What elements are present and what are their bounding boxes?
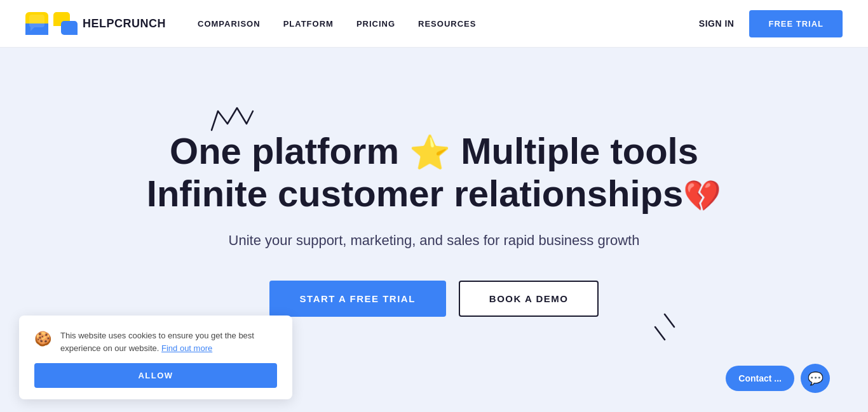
nav-platform[interactable]: PLATFORM bbox=[283, 19, 334, 29]
nav-resources[interactable]: RESOURCES bbox=[418, 19, 476, 29]
cookie-text: This website uses cookies to ensure you … bbox=[60, 329, 277, 354]
svg-line-5 bbox=[655, 327, 665, 340]
nav-right: SIGN IN FREE TRIAL bbox=[699, 10, 843, 37]
deco-lines bbox=[639, 308, 677, 349]
heart-emoji: 💔 bbox=[683, 179, 721, 213]
nav-pricing[interactable]: PRICING bbox=[356, 19, 395, 29]
contact-widget: Contact ... 💬 bbox=[726, 364, 830, 393]
deco-lines-svg bbox=[639, 308, 677, 346]
sign-in-button[interactable]: SIGN IN bbox=[699, 18, 735, 29]
logo-icon bbox=[25, 12, 48, 35]
svg-line-4 bbox=[665, 314, 674, 327]
nav-links: COMPARISON PLATFORM PRICING RESOURCES bbox=[198, 19, 699, 29]
logo-text: HELPCRUNCH bbox=[83, 17, 166, 30]
hero-buttons: START A FREE TRIAL BOOK A DEMO bbox=[269, 281, 599, 317]
book-demo-button[interactable]: BOOK A DEMO bbox=[459, 281, 599, 317]
cookie-content: 🍪 This website uses cookies to ensure yo… bbox=[34, 329, 277, 354]
contact-label-button[interactable]: Contact ... bbox=[726, 366, 794, 391]
logo[interactable]: HELPCRUNCH bbox=[25, 12, 166, 35]
start-trial-button[interactable]: START A FREE TRIAL bbox=[269, 281, 446, 317]
hero-title-line1: One platform ⭐ Multiple tools bbox=[170, 130, 698, 171]
hero-section: One platform ⭐ Multiple tools Infinite c… bbox=[0, 48, 868, 412]
hero-subtitle: Unite your support, marketing, and sales… bbox=[229, 232, 640, 249]
hero-title-line2: Infinite customer relationships💔 bbox=[147, 173, 721, 214]
allow-button[interactable]: ALLOW bbox=[34, 363, 277, 388]
find-out-more-link[interactable]: Find out more bbox=[161, 343, 212, 353]
logo-graphic bbox=[53, 12, 78, 35]
free-trial-nav-button[interactable]: FREE TRIAL bbox=[749, 10, 843, 37]
navbar: HELPCRUNCH COMPARISON PLATFORM PRICING R… bbox=[0, 0, 868, 48]
hero-title: One platform ⭐ Multiple tools Infinite c… bbox=[147, 130, 721, 215]
cookie-icon: 🍪 bbox=[34, 331, 51, 347]
nav-comparison[interactable]: COMPARISON bbox=[198, 19, 261, 29]
contact-label-text: Contact ... bbox=[738, 373, 782, 383]
cookie-banner: 🍪 This website uses cookies to ensure yo… bbox=[19, 316, 292, 399]
chat-icon: 💬 bbox=[808, 371, 824, 386]
star-emoji: ⭐ bbox=[409, 134, 451, 171]
contact-chat-button[interactable]: 💬 bbox=[801, 364, 830, 393]
